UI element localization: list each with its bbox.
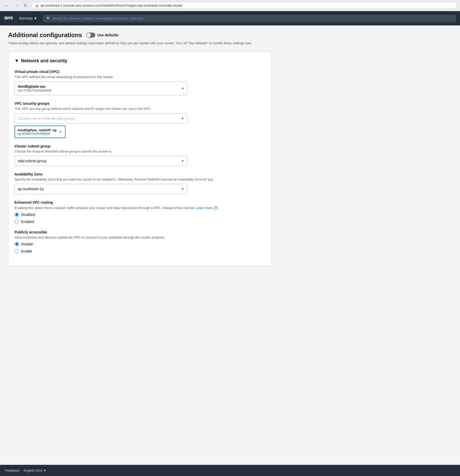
availability-zone-select-wrapper: ap-southeast-1a ▼ — [14, 184, 187, 194]
publicly-accessible-field-group: Publicly accessible Allow instances and … — [14, 230, 265, 254]
enhanced-vpc-desc: Enabling this option forces network traf… — [14, 205, 265, 211]
security-group-tag-name: AwsBigData_redshift_sg — [18, 128, 56, 132]
publicly-accessible-desc: Allow instances and devices outside the … — [14, 235, 265, 240]
enhanced-vpc-desc-text: Enabling this option forces network traf… — [14, 206, 195, 210]
vpc-label: Virtual private cloud (VPC) — [14, 70, 265, 74]
availability-zone-select[interactable]: ap-southeast-1a — [14, 184, 187, 194]
reload-button[interactable]: ↻ — [22, 2, 29, 9]
page-description: These configurations are optional, and d… — [8, 41, 271, 46]
network-security-header: ▼ Network and security — [14, 58, 265, 64]
publicly-accessible-disable-option[interactable]: Disable — [14, 242, 265, 246]
subnet-group-desc: Choose the Amazon Redshift subnet group … — [14, 149, 265, 154]
network-security-title: Network and security — [21, 58, 67, 64]
enhanced-vpc-enabled-option[interactable]: Enabled — [14, 219, 265, 224]
enhanced-vpc-field-group: Enhanced VPC routing Enabling this optio… — [14, 200, 265, 224]
subnet-group-select[interactable]: edw-subnet-group — [14, 156, 187, 166]
publicly-accessible-enable-label: Enable — [21, 249, 32, 253]
enhanced-vpc-enabled-radio[interactable] — [14, 219, 19, 224]
publicly-accessible-label: Publicly accessible — [14, 230, 265, 234]
vpc-field-group: Virtual private cloud (VPC) This VPC def… — [14, 70, 265, 96]
publicly-accessible-disable-label: Disable — [21, 242, 33, 246]
security-groups-select[interactable]: Choose one or more security groups — [14, 113, 187, 124]
network-security-card: ▼ Network and security Virtual private c… — [8, 52, 271, 266]
collapse-icon[interactable]: ▼ — [14, 58, 19, 64]
subnet-group-select-wrapper: edw-subnet-group ▼ — [14, 156, 187, 166]
enhanced-vpc-radio-group: Disabled Enabled — [14, 212, 265, 224]
search-bar[interactable]: 🔍 Search for services, features, marketp… — [43, 15, 456, 22]
vpc-selected-id: vpc-078cb7f2e93ad84d0 — [18, 89, 178, 93]
subnet-group-label: Cluster subnet group — [14, 144, 265, 148]
availability-zone-selected: ap-southeast-1a — [18, 187, 43, 191]
security-groups-desc: This VPC security group defines which su… — [14, 107, 265, 111]
publicly-accessible-disable-radio[interactable] — [14, 242, 19, 246]
page-title: Additional configurations — [8, 32, 82, 39]
vpc-select-wrapper: AwsBigData-vpc vpc-078cb7f2e93ad84d0 ▼ — [14, 81, 187, 96]
enhanced-vpc-learn-more-link[interactable]: Learn more — [196, 206, 217, 210]
security-group-tag-text: AwsBigData_redshift_sg sg-0f39eb76294396… — [18, 128, 56, 136]
top-nav: aws ⁀ Services ▼ 🔍 Search for services, … — [0, 11, 460, 25]
services-chevron-icon: ▼ — [34, 16, 37, 20]
enhanced-vpc-disabled-label: Disabled — [21, 213, 35, 217]
availability-zone-label: Availability Zone — [14, 172, 265, 176]
enhanced-vpc-disabled-radio[interactable] — [14, 212, 19, 217]
availability-zone-field-group: Availability Zone Specify the Availabili… — [14, 172, 265, 194]
publicly-accessible-radio-group: Disable Enable — [14, 242, 265, 254]
publicly-accessible-enable-radio[interactable] — [14, 249, 19, 254]
search-placeholder: Search for services, features, marketpla… — [53, 17, 143, 20]
security-group-tag: AwsBigData_redshift_sg sg-0f39eb76294396… — [14, 126, 66, 138]
toggle-label: Use defaults — [97, 33, 118, 37]
security-group-tag-id: sg-0f39eb76294396936 — [18, 132, 56, 136]
external-link-icon — [214, 206, 217, 210]
url-bar[interactable]: 🔒 ap-southeast-1.console.aws.amazon.com/… — [31, 2, 457, 9]
services-label: Services — [19, 16, 33, 20]
vpc-select[interactable]: AwsBigData-vpc vpc-078cb7f2e93ad84d0 — [14, 81, 187, 96]
main-content: Additional configurations Use defaults T… — [0, 25, 280, 272]
services-button[interactable]: Services ▼ — [17, 15, 39, 22]
security-groups-placeholder: Choose one or more security groups — [18, 116, 75, 121]
security-groups-label: VPC security groups — [14, 101, 265, 106]
enhanced-vpc-disabled-option[interactable]: Disabled — [14, 212, 265, 217]
aws-smile-icon: ⁀ — [4, 19, 13, 22]
security-group-tag-remove-button[interactable]: ✕ — [58, 130, 63, 134]
subnet-group-field-group: Cluster subnet group Choose the Amazon R… — [14, 144, 265, 166]
search-icon: 🔍 — [47, 17, 51, 20]
security-groups-select-wrapper: Choose one or more security groups ▼ — [14, 113, 187, 124]
use-defaults-toggle[interactable] — [86, 33, 95, 38]
aws-logo: aws ⁀ — [4, 15, 13, 22]
section-title-row: Additional configurations Use defaults — [8, 32, 271, 39]
publicly-accessible-enable-option[interactable]: Enable — [14, 249, 265, 254]
vpc-selected-name: AwsBigData-vpc — [18, 84, 178, 89]
back-button[interactable]: ← — [3, 2, 10, 9]
browser-bar: ← → ↻ 🔒 ap-southeast-1.console.aws.amazo… — [0, 0, 460, 11]
security-groups-field-group: VPC security groups This VPC security gr… — [14, 101, 265, 138]
forward-button[interactable]: → — [13, 2, 20, 9]
enhanced-vpc-label: Enhanced VPC routing — [14, 200, 265, 204]
enhanced-vpc-enabled-label: Enabled — [21, 220, 34, 224]
subnet-group-selected: edw-subnet-group — [18, 159, 47, 163]
toggle-wrapper: Use defaults — [86, 33, 118, 38]
availability-zone-desc: Specify the Availability Zone that you w… — [14, 177, 265, 182]
vpc-desc: This VPC defines the virtual networking … — [14, 75, 265, 79]
lock-icon: 🔒 — [35, 4, 39, 7]
url-text: ap-southeast-1.console.aws.amazon.com/re… — [40, 4, 183, 7]
